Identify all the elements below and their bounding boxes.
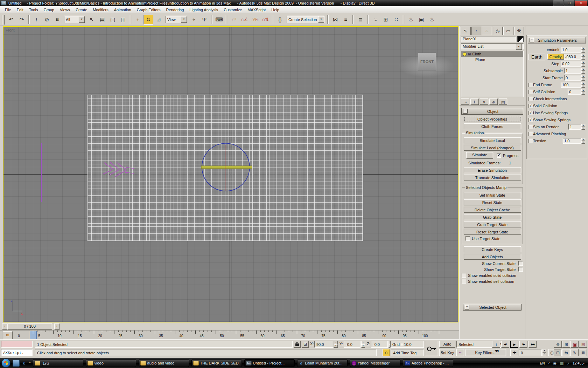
- modifier-list-dropdown[interactable]: Modifier List ▼: [461, 43, 524, 49]
- end-frame-checkbox[interactable]: [528, 83, 533, 87]
- simulation-parameters-header[interactable]: − Simulation Parameters: [528, 37, 586, 43]
- task-button-adobe-photoshop[interactable]: PsAdobe Photoshop - ...: [403, 359, 453, 367]
- menu-animation[interactable]: Animation: [111, 7, 134, 13]
- isolate-cube-icon[interactable]: ◇: [383, 349, 390, 356]
- show-end-result-icon[interactable]: ‖: [470, 98, 479, 105]
- select-by-name-icon[interactable]: ▤: [97, 15, 107, 25]
- spinner-up-icon[interactable]: ▲: [581, 82, 585, 85]
- tab-display[interactable]: ▭: [503, 27, 513, 35]
- chevron-down-icon[interactable]: ▼: [318, 16, 324, 23]
- maxscript-mini-listener[interactable]: [1, 341, 33, 348]
- gravity-field[interactable]: -980.0: [564, 54, 581, 60]
- time-slider-next-button[interactable]: ›: [54, 323, 59, 330]
- use-pivot-point-icon[interactable]: ⌖: [189, 15, 199, 25]
- spinner-down-icon[interactable]: ▼: [581, 50, 585, 53]
- select-and-rotate-icon[interactable]: ↻: [144, 15, 153, 25]
- default-tangent-button[interactable]: ~: [456, 349, 464, 356]
- spinner-down-icon[interactable]: ▼: [581, 78, 585, 81]
- simulate-local-damped-button[interactable]: Simulate Local (damped): [464, 145, 521, 151]
- spinner-down-icon[interactable]: ▼: [581, 64, 585, 67]
- pin-stack-icon[interactable]: ⊸: [461, 98, 469, 105]
- spinner-up-icon[interactable]: ▲: [581, 75, 585, 78]
- zoom-all-icon[interactable]: ⊞: [562, 341, 570, 348]
- object-rollout-header[interactable]: − Object: [461, 108, 523, 115]
- show-current-state-checkbox[interactable]: [518, 261, 523, 266]
- x-coord-field[interactable]: 90.0: [314, 341, 333, 348]
- collapse-icon[interactable]: −: [463, 109, 468, 114]
- redo-icon[interactable]: ↷: [17, 15, 27, 25]
- front-viewport[interactable]: FRONT Front z x: [3, 26, 458, 322]
- tab-hierarchy[interactable]: ∴: [482, 27, 492, 35]
- add-time-tag[interactable]: Add Time Tag: [391, 349, 424, 356]
- object-name-field[interactable]: Plane01: [461, 36, 516, 42]
- menu-tools[interactable]: Tools: [26, 7, 41, 13]
- cloth-forces-button[interactable]: Cloth Forces: [464, 123, 521, 129]
- self-collision-checkbox[interactable]: [528, 90, 533, 94]
- tension-spinner[interactable]: ▲▼: [581, 138, 585, 144]
- lightbulb-icon[interactable]: [463, 52, 467, 56]
- stack-item-plane[interactable]: Plane: [461, 57, 523, 62]
- toolbar-drag-handle[interactable]: [2, 15, 5, 25]
- minimize-button[interactable]: —: [553, 0, 564, 6]
- go-to-end-button[interactable]: ▶▶|: [528, 341, 537, 348]
- window-crossing-icon[interactable]: ◫: [118, 15, 128, 25]
- tension-checkbox[interactable]: [528, 139, 533, 143]
- simulate-local-button[interactable]: Simulate Local: [464, 137, 521, 143]
- menu-maxscript[interactable]: MAXScript: [245, 7, 268, 13]
- chevron-down-icon[interactable]: ▼: [181, 16, 187, 23]
- x-spinner[interactable]: ▲▼: [334, 341, 338, 348]
- modifier-stack[interactable]: ⊞ClothPlane: [461, 51, 524, 97]
- show-enabled-solid-collision-checkbox[interactable]: [462, 273, 466, 278]
- simulate-button[interactable]: Simulate: [466, 152, 493, 159]
- taskbar-clock[interactable]: 12:45 م: [573, 361, 584, 365]
- schematic-view-icon[interactable]: ⊞: [381, 15, 391, 25]
- zoom-extents-all-icon[interactable]: ⊟: [579, 341, 587, 348]
- menu-rendering[interactable]: Rendering: [163, 7, 187, 13]
- reference-coordinate-dropdown[interactable]: View▼: [166, 16, 187, 23]
- subsample-spinner[interactable]: ▲▼: [581, 68, 585, 74]
- spinner-down-icon[interactable]: ▼: [581, 127, 585, 130]
- menu-create[interactable]: Create: [73, 7, 90, 13]
- tab-modify[interactable]: ◔: [471, 27, 482, 35]
- start-frame-spinner[interactable]: ▲▼: [581, 75, 585, 81]
- spinner-up-icon[interactable]: ▲: [581, 68, 585, 71]
- named-selection-sets-dropdown[interactable]: Create Selection Set▼: [287, 16, 324, 23]
- task-button-yahoo-messenger[interactable]: ☺Yahoo! Messenger: [350, 359, 400, 367]
- select-and-scale-icon[interactable]: ⊿: [154, 15, 164, 25]
- key-filters-button[interactable]: Key Filters...: [465, 349, 506, 356]
- start-frame-field[interactable]: 0: [564, 75, 581, 81]
- current-frame-field[interactable]: 0: [519, 349, 542, 356]
- quick-launch-expand-icon[interactable]: »: [29, 360, 31, 364]
- spinner-down-icon[interactable]: ▼: [581, 141, 585, 144]
- spinner-up-icon[interactable]: ▲: [581, 138, 585, 141]
- end-frame-field[interactable]: 100: [561, 82, 581, 88]
- create-keys-button[interactable]: Create Keys: [464, 246, 521, 252]
- keyboard-override-icon[interactable]: ⌨: [214, 15, 224, 25]
- open-mini-curve-editor-button[interactable]: ⊞: [3, 331, 13, 339]
- truncate-simulation-button[interactable]: Truncate Simulation: [464, 175, 521, 180]
- rendered-frame-window-icon[interactable]: ▣: [416, 15, 426, 25]
- front-text-object[interactable]: FRONT: [418, 53, 436, 70]
- reset-target-state-button[interactable]: Reset Target State: [464, 229, 521, 235]
- remove-modifier-icon[interactable]: ⌀: [489, 98, 498, 105]
- render-setup-icon[interactable]: ♨: [406, 15, 416, 25]
- task-button-[interactable]: كامل: [33, 359, 83, 367]
- gravity-label[interactable]: Gravity: [547, 54, 564, 60]
- absolute-mode-toggle[interactable]: ⊡: [302, 341, 309, 348]
- show-target-state-checkbox[interactable]: [518, 267, 523, 272]
- select-and-manipulate-icon[interactable]: Ψ: [200, 15, 209, 25]
- sim-on-render-spinner[interactable]: ▲▼: [581, 124, 585, 130]
- spinner-down-icon[interactable]: ▼: [581, 71, 585, 74]
- bind-to-space-warp-icon[interactable]: ≋: [52, 15, 62, 25]
- grab-target-state-button[interactable]: Grab Target State: [464, 222, 521, 227]
- tension-field[interactable]: 1.0: [563, 138, 581, 144]
- object-properties-button[interactable]: Object Properties: [464, 116, 521, 122]
- menu-modifiers[interactable]: Modifiers: [90, 7, 111, 13]
- set-key-button[interactable]: Set Key: [439, 349, 455, 356]
- erase-simulation-button[interactable]: Erase Simulation: [464, 167, 521, 173]
- end-frame-spinner[interactable]: ▲▼: [581, 82, 585, 88]
- set-initial-state-button[interactable]: Set Initial State: [464, 192, 521, 198]
- make-unique-icon[interactable]: ∨: [480, 98, 488, 105]
- auto-key-button[interactable]: Auto Key: [439, 341, 455, 348]
- angle-snap-icon[interactable]: ∩∠: [239, 15, 249, 25]
